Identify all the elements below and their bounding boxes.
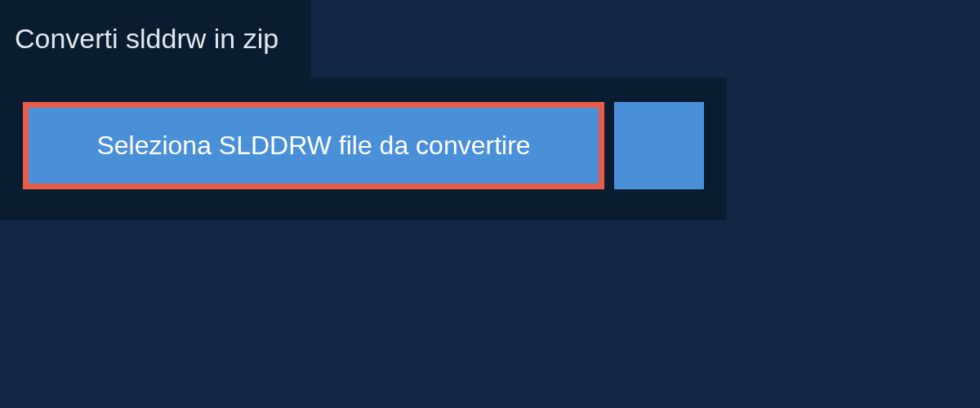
page-title-tab: Converti slddrw in zip (0, 0, 311, 78)
dropbox-button[interactable] (614, 102, 704, 189)
page-title: Converti slddrw in zip (15, 23, 278, 54)
file-select-panel: Seleziona SLDDRW file da convertire (0, 78, 727, 220)
select-file-label: Seleziona SLDDRW file da convertire (96, 131, 530, 160)
select-file-button[interactable]: Seleziona SLDDRW file da convertire (23, 102, 604, 189)
